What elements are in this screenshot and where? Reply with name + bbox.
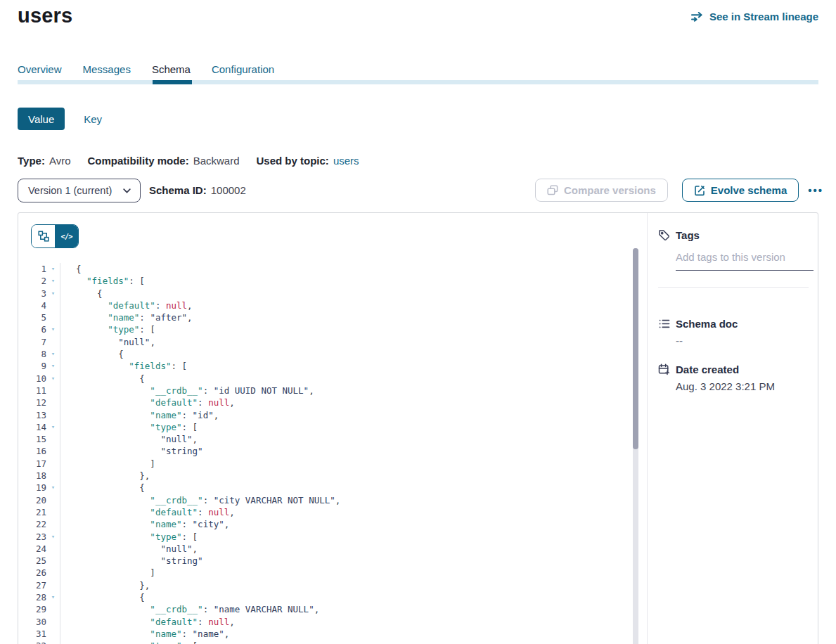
sidebar-divider: [658, 287, 809, 288]
date-created-title: Date created: [676, 363, 739, 375]
see-in-stream-lineage-link[interactable]: See in Stream lineage: [691, 11, 818, 22]
line-number: 27: [18, 579, 46, 591]
schema-key-value-toggle: Value Key: [18, 108, 102, 130]
code-line: 9▾ "fields": [: [18, 360, 633, 372]
code-line: 25 "string": [18, 555, 633, 567]
line-number: 26: [18, 567, 46, 579]
schema-viewer-panel: </> 1▾{2▾ "fields": [3▾ {4 "default": nu…: [18, 212, 818, 644]
code-icon: </>: [61, 232, 72, 240]
fold-arrow-icon[interactable]: ▾: [46, 275, 60, 287]
fold-arrow-icon[interactable]: ▾: [46, 421, 60, 433]
code-text: "default": null,: [60, 300, 633, 311]
list-icon: [658, 318, 670, 330]
topic-tabs: Overview Messages Schema Configuration: [18, 63, 274, 75]
fold-arrow-icon[interactable]: ▾: [46, 263, 60, 275]
code-line: 27 },: [18, 579, 633, 591]
code-text: {: [60, 373, 633, 385]
code-line: 23▾ "type": [: [18, 531, 633, 543]
fold-gutter: [46, 385, 60, 397]
code-text: {: [60, 482, 633, 494]
more-options-button[interactable]: •••: [808, 184, 823, 196]
type-label: Type:: [18, 155, 45, 167]
fold-gutter: [46, 445, 60, 457]
line-number: 17: [18, 458, 46, 470]
fold-arrow-icon[interactable]: ▾: [46, 373, 60, 385]
fold-gutter: [46, 300, 60, 311]
fold-gutter: [46, 397, 60, 408]
fold-gutter: [46, 628, 60, 640]
value-subtab-button[interactable]: Value: [18, 108, 65, 130]
code-text: {: [60, 288, 633, 300]
fold-arrow-icon[interactable]: ▾: [46, 591, 60, 603]
compare-versions-button[interactable]: Compare versions: [535, 179, 668, 202]
schema-id: Schema ID: 100002: [149, 184, 246, 196]
tab-configuration[interactable]: Configuration: [212, 63, 274, 75]
code-line: 4 "default": null,: [18, 300, 633, 311]
code-text: {: [60, 263, 633, 275]
code-line: 19▾ {: [18, 482, 633, 494]
code-text: "fields": [: [60, 275, 633, 287]
stream-lineage-icon: [691, 12, 705, 22]
code-line: 24 "null",: [18, 543, 633, 555]
schema-view-toggle: </>: [31, 224, 79, 248]
date-created-value: Aug. 3 2022 3:21 PM: [676, 380, 809, 392]
used-by-topic-label: Used by topic:: [257, 155, 329, 167]
fold-gutter: [46, 470, 60, 482]
line-number: 1: [18, 263, 46, 275]
chevron-down-icon: [123, 188, 131, 193]
evolve-schema-button[interactable]: Evolve schema: [682, 179, 799, 202]
line-number: 32: [18, 640, 46, 644]
scrollbar[interactable]: [633, 248, 638, 644]
code-view-button[interactable]: </>: [55, 225, 78, 247]
line-number: 2: [18, 275, 46, 287]
line-number: 29: [18, 603, 46, 615]
code-line: 16 "string": [18, 445, 633, 457]
schema-page: users See in Stream lineage Overview Mes…: [0, 0, 836, 644]
line-number: 3: [18, 288, 46, 300]
line-number: 7: [18, 336, 46, 348]
fold-gutter: [46, 336, 60, 348]
used-by-topic-link[interactable]: users: [333, 155, 359, 167]
line-number: 23: [18, 531, 46, 543]
key-subtab-button[interactable]: Key: [84, 113, 102, 125]
tree-view-button[interactable]: [32, 225, 55, 247]
code-line: 20 "__crdb__": "city VARCHAR NOT NULL",: [18, 494, 633, 506]
code-line: 3▾ {: [18, 288, 633, 300]
code-text: "__crdb__": "name VARCHAR NULL",: [60, 603, 633, 615]
code-line: 8▾ {: [18, 348, 633, 360]
fold-arrow-icon[interactable]: ▾: [46, 288, 60, 300]
fold-arrow-icon[interactable]: ▾: [46, 360, 60, 372]
code-text: "default": null,: [60, 616, 633, 628]
line-number: 10: [18, 373, 46, 385]
tags-input[interactable]: [676, 247, 814, 271]
fold-arrow-icon[interactable]: ▾: [46, 348, 60, 360]
code-line: 1▾{: [18, 263, 633, 275]
tab-messages[interactable]: Messages: [83, 63, 131, 75]
fold-arrow-icon[interactable]: ▾: [46, 531, 60, 543]
tab-schema[interactable]: Schema: [152, 63, 191, 75]
schema-id-label: Schema ID:: [149, 184, 207, 196]
schema-code-editor[interactable]: 1▾{2▾ "fields": [3▾ {4 "default": null,5…: [18, 263, 633, 644]
code-text: ]: [60, 567, 633, 579]
fold-arrow-icon[interactable]: ▾: [46, 482, 60, 494]
line-number: 22: [18, 518, 46, 530]
code-line: 6▾ "type": [: [18, 323, 633, 335]
version-toolbar: Version 1 (current) Schema ID: 100002 Co…: [18, 179, 823, 202]
code-text: "__crdb__": "id UUID NOT NULL",: [60, 385, 633, 397]
active-tab-indicator: [153, 80, 192, 84]
schema-doc-value: --: [676, 335, 809, 347]
version-select[interactable]: Version 1 (current): [18, 179, 141, 202]
code-text: "type": [: [60, 421, 633, 433]
code-line: 15 "null",: [18, 433, 633, 445]
fold-arrow-icon[interactable]: ▾: [46, 323, 60, 335]
code-text: "type": [: [60, 531, 633, 543]
fold-arrow-icon[interactable]: ▾: [46, 640, 60, 644]
schema-doc-section-header: Schema doc: [658, 318, 809, 330]
fold-gutter: [46, 616, 60, 628]
fold-gutter: [46, 311, 60, 323]
tab-overview[interactable]: Overview: [18, 63, 62, 75]
line-number: 16: [18, 445, 46, 457]
code-line: 21 "default": null,: [18, 506, 633, 518]
schema-id-value: 100002: [211, 184, 246, 196]
scrollbar-thumb[interactable]: [633, 248, 638, 449]
